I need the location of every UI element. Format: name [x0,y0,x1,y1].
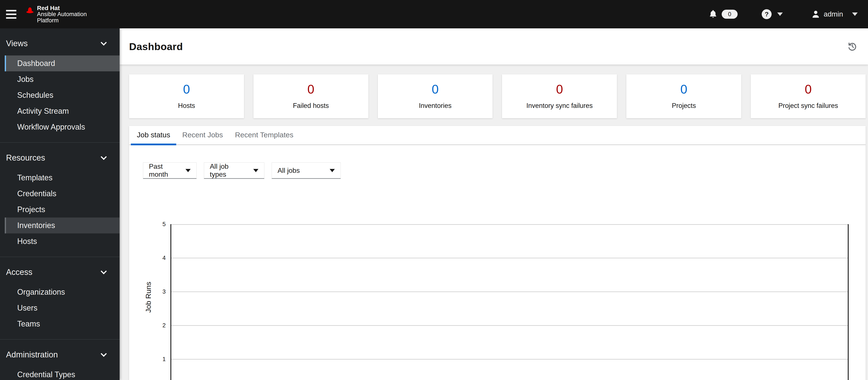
nav-toggle-hamburger-icon[interactable] [6,6,22,22]
sidebar-nav: ViewsDashboardJobsSchedulesActivity Stre… [0,28,120,380]
main-area: Dashboard 0Hosts0Failed hosts0Inventorie… [120,28,868,380]
job-status-panel: Job statusRecent JobsRecent Templates Pa… [129,126,866,380]
stat-card-hosts[interactable]: 0Hosts [129,74,244,118]
sidebar-item-hosts[interactable]: Hosts [5,233,120,249]
brand-logo: Red Hat Ansible Automation Platform [25,5,87,24]
dashboard-content: 0Hosts0Failed hosts0Inventories0Inventor… [120,65,868,380]
nav-group-access: AccessOrganizationsUsersTeams [0,257,120,340]
nav-group-title: Resources [6,153,45,163]
help-icon[interactable]: ? [762,9,772,19]
filter-select-past-month[interactable]: Past month [143,162,197,179]
nav-items: DashboardJobsSchedulesActivity StreamWor… [0,56,120,135]
stat-value: 0 [183,83,190,96]
sidebar-item-dashboard[interactable]: Dashboard [5,56,120,71]
sidebar-item-projects[interactable]: Projects [5,202,120,217]
chevron-down-icon [101,351,107,357]
sidebar-item-teams[interactable]: Teams [5,316,120,332]
sidebar-item-workflow-approvals[interactable]: Workflow Approvals [5,119,120,135]
caret-down-icon [253,169,258,172]
y-tick-label-1: 1 [153,356,166,362]
nav-group-title: Views [6,39,28,48]
chevron-down-icon [101,39,107,45]
stat-card-inventory-sync-failures[interactable]: 0Inventory sync failures [502,74,617,118]
nav-group-resources: ResourcesTemplatesCredentialsProjectsInv… [0,143,120,257]
job-runs-chart: Job Runs 012345 Date [129,179,866,380]
y-tick-label-4: 4 [153,255,166,262]
caret-down-icon [185,169,191,172]
bell-icon[interactable] [708,9,718,19]
chart-y-axis-label: Job Runs [144,282,153,313]
stat-card-projects[interactable]: 0Projects [626,74,741,118]
masthead: Red Hat Ansible Automation Platform 0 ? … [0,0,868,28]
stat-value: 0 [432,83,438,96]
stat-label: Inventory sync failures [526,102,593,110]
gridline-y-3 [171,291,848,292]
stat-value: 0 [308,83,314,96]
y-tick-label-2: 2 [153,322,166,329]
gridline-y-2 [171,325,848,326]
nav-group-title: Administration [6,350,58,359]
page-header: Dashboard [120,28,868,65]
filter-select-all-job-types[interactable]: All job types [204,162,265,179]
stat-label: Project sync failures [778,102,838,110]
stat-card-failed-hosts[interactable]: 0Failed hosts [253,74,368,118]
sidebar-item-credential-types[interactable]: Credential Types [5,367,120,380]
sidebar-item-schedules[interactable]: Schedules [5,87,120,103]
sidebar-item-jobs[interactable]: Jobs [5,71,120,87]
stats-row: 0Hosts0Failed hosts0Inventories0Inventor… [129,74,866,118]
sidebar-item-templates[interactable]: Templates [5,170,120,186]
chevron-down-icon [101,268,107,274]
tab-recent-templates[interactable]: Recent Templates [229,126,300,145]
nav-group-title: Access [6,268,32,277]
filter-selected-value: All jobs [278,167,300,175]
gridline-y-4 [171,258,848,258]
tab-recent-jobs[interactable]: Recent Jobs [176,126,229,145]
brand-line1: Red Hat [37,5,87,11]
nav-group-views: ViewsDashboardJobsSchedulesActivity Stre… [0,28,120,143]
user-icon [811,10,820,19]
red-hat-logo-icon [25,6,35,15]
sidebar-item-inventories[interactable]: Inventories [5,217,120,233]
user-menu-caret-down-icon[interactable] [852,12,858,16]
nav-group-header-resources[interactable]: Resources [0,151,120,164]
stat-value: 0 [556,83,563,96]
sidebar-item-activity-stream[interactable]: Activity Stream [5,103,120,119]
tab-job-status[interactable]: Job status [131,126,176,145]
stat-label: Inventories [419,102,452,110]
stat-card-inventories[interactable]: 0Inventories [378,74,493,118]
gridline-y-1 [171,359,848,359]
nav-group-administration: AdministrationCredential TypesNotificati… [0,340,120,380]
nav-items: Credential TypesNotifications [0,367,120,380]
sidebar-item-users[interactable]: Users [5,300,120,316]
stat-label: Projects [672,102,696,110]
brand-line2: Ansible Automation [37,11,87,18]
sidebar-item-organizations[interactable]: Organizations [5,284,120,300]
nav-group-header-administration[interactable]: Administration [0,348,120,361]
filter-selected-value: All job types [210,163,247,178]
sidebar-item-credentials[interactable]: Credentials [5,186,120,202]
y-tick-label-5: 5 [153,221,166,228]
stat-value: 0 [805,83,812,96]
chart-plot-area [170,224,849,380]
nav-items: TemplatesCredentialsProjectsInventoriesH… [0,170,120,249]
nav-group-header-access[interactable]: Access [0,266,120,279]
tab-bar: Job statusRecent JobsRecent Templates [129,126,866,145]
stat-value: 0 [680,83,687,96]
history-button[interactable] [847,42,857,51]
stat-label: Failed hosts [293,102,329,110]
nav-items: OrganizationsUsersTeams [0,284,120,332]
stat-card-project-sync-failures[interactable]: 0Project sync failures [751,74,866,118]
notification-count-badge[interactable]: 0 [722,10,738,19]
y-tick-label-3: 3 [153,288,166,295]
stat-label: Hosts [178,102,195,110]
chart-filters: Past monthAll job typesAll jobs [143,162,866,179]
gridline-y-5 [171,224,848,225]
help-caret-down-icon[interactable] [777,12,783,16]
nav-group-header-views[interactable]: Views [0,37,120,50]
filter-selected-value: Past month [149,163,179,178]
page-title: Dashboard [129,41,183,53]
chevron-down-icon [101,154,107,160]
history-icon [847,42,857,51]
filter-select-all-jobs[interactable]: All jobs [272,162,341,179]
username-label: admin [824,10,843,18]
